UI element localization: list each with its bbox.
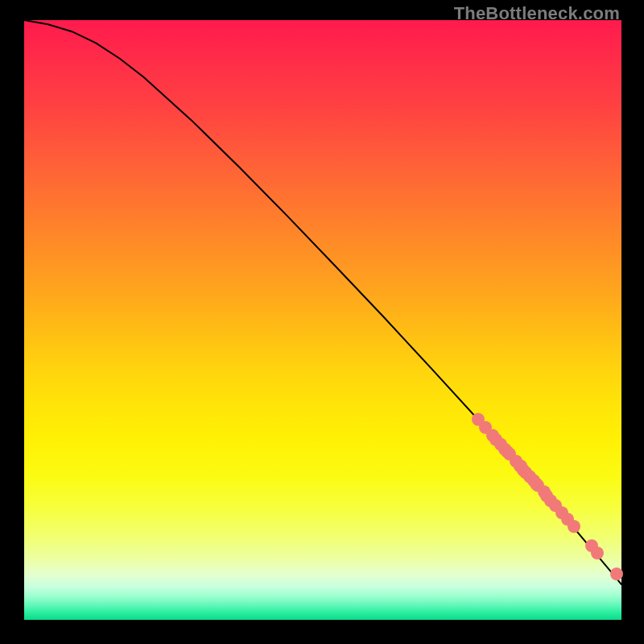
scatter-dot <box>610 568 623 580</box>
bottleneck-curve <box>24 20 621 584</box>
scatter-dot <box>568 520 580 533</box>
chart-frame: TheBottleneck.com <box>0 0 644 644</box>
scatter-dot <box>591 547 604 559</box>
curve-layer <box>24 20 621 620</box>
plot-area <box>24 20 621 620</box>
